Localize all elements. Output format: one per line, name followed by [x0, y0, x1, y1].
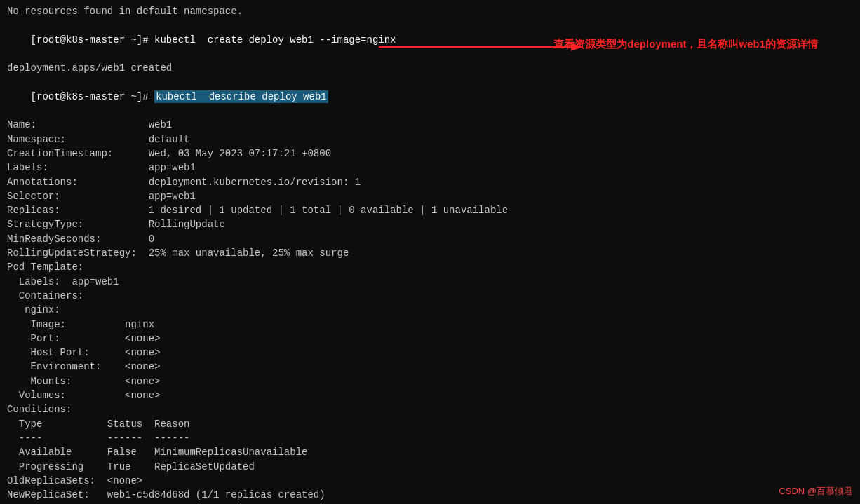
line-22: Environment: <none> — [7, 360, 853, 374]
line-30: OldReplicaSets: <none> — [7, 474, 853, 488]
line-19: Image: nginx — [7, 318, 853, 332]
line-29: Progressing True ReplicaSetUpdated — [7, 460, 853, 474]
line-14: RollingUpdateStrategy: 25% max unavailab… — [7, 246, 853, 260]
line-20: Port: <none> — [7, 332, 853, 346]
line-31: NewReplicaSet: web1-c5d84d68d (1/1 repli… — [7, 488, 853, 502]
line-11: Replicas: 1 desired | 1 updated | 1 tota… — [7, 203, 853, 217]
line-23: Mounts: <none> — [7, 374, 853, 388]
line-15: Pod Template: — [7, 260, 853, 274]
line-9: Annotations: deployment.kubernetes.io/re… — [7, 175, 853, 189]
terminal: No resources found in default namespace.… — [0, 0, 860, 504]
line-4: [root@k8s-master ~]# kubectl describe de… — [7, 75, 853, 118]
prompt-2: [root@k8s-master ~]# kubectl create depl… — [31, 34, 396, 46]
line-1: No resources found in default namespace. — [7, 4, 853, 18]
prompt-prefix-4: [root@k8s-master ~]# — [31, 91, 154, 102]
line-7: CreationTimestamp: Wed, 03 May 2023 07:1… — [7, 147, 853, 161]
line-5: Name: web1 — [7, 118, 853, 132]
line-21: Host Port: <none> — [7, 346, 853, 360]
line-3: deployment.apps/web1 created — [7, 61, 853, 75]
line-13: MinReadySeconds: 0 — [7, 232, 853, 246]
line-8: Labels: app=web1 — [7, 161, 853, 175]
line-10: Selector: app=web1 — [7, 189, 853, 203]
line-6: Namespace: default — [7, 132, 853, 147]
line-24: Volumes: <none> — [7, 388, 853, 402]
line-27: ---- ------ ------ — [7, 431, 853, 445]
line-12: StrategyType: RollingUpdate — [7, 217, 853, 231]
line-25: Conditions: — [7, 402, 853, 416]
annotation-text: 查看资源类型为deployment，且名称叫web1的资源详情 — [553, 36, 818, 52]
line-28: Available False MinimumReplicasUnavailab… — [7, 445, 853, 459]
line-16: Labels: app=web1 — [7, 275, 853, 289]
line-26: Type Status Reason — [7, 417, 853, 431]
line-17: Containers: — [7, 289, 853, 303]
csdn-badge: CSDN @百慕倾君 — [779, 485, 853, 498]
line-18: nginx: — [7, 303, 853, 317]
cmd-highlight-4: kubectl describe deploy web1 — [154, 90, 328, 103]
